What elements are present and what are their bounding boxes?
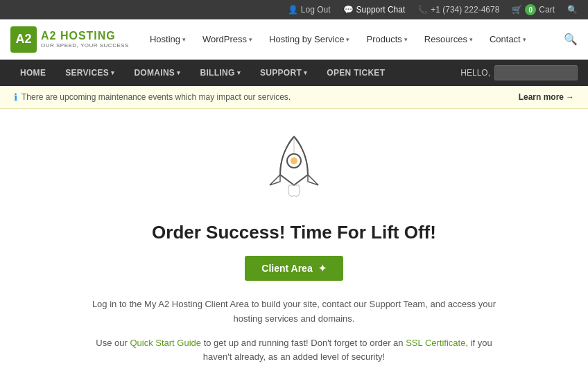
sec-nav-support[interactable]: SUPPORT ▾ [250,60,317,86]
client-area-button[interactable]: Client Area ✦ [245,256,343,281]
arrow-right-icon: → [566,92,574,102]
chevron-down-icon: ▾ [237,69,241,76]
cart-icon: 🛒 [512,5,522,15]
logout-button[interactable]: 👤 Log Out [288,5,331,15]
secondary-nav: HOME SERVICES ▾ DOMAINS ▾ BILLING ▾ SUPP… [0,60,588,86]
hero-description-2: Use our Quick Start Guide to get up and … [86,336,502,365]
sec-nav-services[interactable]: SERVICES ▾ [55,60,124,86]
user-icon: 👤 [288,5,298,15]
nav-item-hosting[interactable]: Hosting ▾ [143,28,193,50]
hero-section: Order Success! Time For Lift Off! Client… [0,109,588,382]
nav-item-resources[interactable]: Resources ▾ [417,28,480,50]
logo-text: A2 HOSTING OUR SPEED, YOUR SUCCESS [41,30,129,49]
info-icon: ℹ [14,92,17,103]
search-button[interactable]: 🔍 [564,33,578,46]
chevron-down-icon: ▾ [523,36,526,43]
sec-nav-billing[interactable]: BILLING ▾ [190,60,250,86]
logo-icon: A2 [10,26,37,53]
hello-section: HELLO, [460,65,578,80]
logo[interactable]: A2 A2 HOSTING OUR SPEED, YOUR SUCCESS [10,26,129,53]
rocket-illustration [263,130,325,208]
nav-item-wordpress[interactable]: WordPress ▾ [196,28,259,50]
chevron-down-icon: ▾ [182,36,186,43]
main-nav-items: Hosting ▾ WordPress ▾ Hosting by Service… [143,28,564,50]
search-icon: 🔍 [567,5,578,15]
nav-item-hosting-by-service[interactable]: Hosting by Service ▾ [262,28,356,50]
chevron-down-icon: ▾ [404,36,408,43]
support-chat-button[interactable]: 💬 Support Chat [343,5,406,15]
notice-bar: ℹ There are upcoming maintenance events … [0,86,588,109]
notice-message: ℹ There are upcoming maintenance events … [14,92,291,103]
nav-item-products[interactable]: Products ▾ [359,28,414,50]
search-top-button[interactable]: 🔍 [567,5,578,15]
nav-item-contact[interactable]: Contact ▾ [483,28,533,50]
chevron-down-icon: ▾ [249,36,252,43]
chat-icon: 💬 [343,5,354,15]
cart-button[interactable]: 🛒 0 Cart [512,4,555,15]
main-nav: A2 A2 HOSTING OUR SPEED, YOUR SUCCESS Ho… [0,19,588,60]
learn-more-link[interactable]: Learn more → [519,92,574,102]
sec-nav-domains[interactable]: DOMAINS ▾ [124,60,190,86]
sec-nav-open-ticket[interactable]: OPEN TICKET [317,60,395,86]
hero-description-1: Log in to the My A2 Hosting Client Area … [86,297,502,327]
secondary-nav-items: HOME SERVICES ▾ DOMAINS ▾ BILLING ▾ SUPP… [10,60,460,86]
phone-icon: 📞 [417,5,428,15]
phone-number[interactable]: 📞 +1 (734) 222-4678 [417,5,499,15]
ssl-certificate-link[interactable]: SSL Certificate [406,338,465,348]
arrow-right-icon: ✦ [318,263,327,274]
hello-input[interactable] [494,65,578,80]
quick-start-guide-link[interactable]: Quick Start Guide [130,338,201,348]
chevron-down-icon: ▾ [469,36,473,43]
top-bar: 👤 Log Out 💬 Support Chat 📞 +1 (734) 222-… [0,0,588,19]
chevron-down-icon: ▾ [304,69,307,76]
svg-point-1 [291,157,297,164]
chevron-down-icon: ▾ [111,69,114,76]
chevron-down-icon: ▾ [177,69,180,76]
cart-count: 0 [525,4,536,15]
chevron-down-icon: ▾ [346,36,349,43]
hero-title: Order Success! Time For Lift Off! [152,222,436,243]
sec-nav-home[interactable]: HOME [10,60,55,86]
